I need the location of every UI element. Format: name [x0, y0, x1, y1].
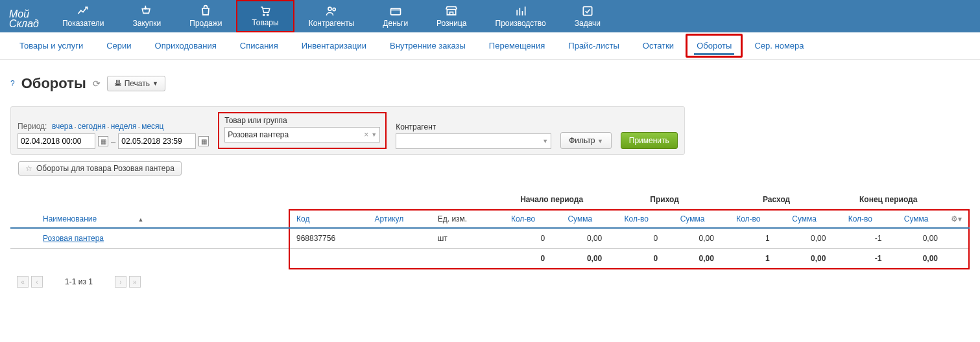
agent-combo[interactable]: ▼ [396, 133, 551, 149]
subnav-balances[interactable]: Остатки [631, 33, 686, 58]
logo-line1: Мой [9, 9, 39, 19]
total-end-qty: -1 [832, 249, 888, 269]
filter-button[interactable]: Фильтр ▼ [560, 132, 612, 149]
col-in-sum[interactable]: Сумма [664, 210, 721, 228]
subnav-inventory[interactable]: Инвентаризации [290, 33, 378, 58]
total-start-sum: 0,00 [551, 249, 608, 269]
subnav-goods[interactable]: Товары и услуги [8, 33, 95, 58]
chevron-down-icon[interactable]: ▼ [371, 131, 377, 138]
col-end-qty[interactable]: Кол-во [832, 210, 888, 228]
period-month[interactable]: месяц [141, 122, 163, 131]
col-end-sum[interactable]: Сумма [888, 210, 944, 228]
top-navigation: Мой Склад Показатели Закупки Продажи Тов… [0, 0, 980, 32]
total-out-qty: 1 [721, 249, 776, 269]
date-to-input[interactable] [118, 133, 196, 149]
group-start: Начало периода [495, 195, 608, 210]
pager-next[interactable]: › [115, 276, 126, 288]
calendar-icon[interactable]: ▦ [98, 136, 108, 146]
subnav-internal-orders[interactable]: Внутренние заказы [378, 33, 477, 58]
people-icon [324, 5, 339, 17]
nav-sales[interactable]: Продажи [175, 0, 236, 32]
total-out-sum: 0,00 [776, 249, 833, 269]
saved-filter-chip[interactable]: ☆ Обороты для товара Розовая пантера [18, 161, 182, 176]
row-article [368, 228, 431, 249]
period-yesterday[interactable]: вчера [52, 122, 73, 131]
group-end: Конец периода [832, 195, 944, 210]
subnav-series[interactable]: Серии [95, 33, 143, 58]
clear-icon[interactable]: × [364, 130, 368, 139]
date-from-input[interactable] [18, 133, 95, 149]
period-label: Период: [18, 122, 47, 131]
nav-label: Задачи [575, 19, 601, 28]
col-in-qty[interactable]: Кол-во [608, 210, 664, 228]
help-icon[interactable]: ? [10, 79, 15, 88]
row-code: 968837756 [289, 228, 368, 249]
turnover-table: Начало периода Приход Расход Конец перио… [10, 195, 970, 269]
sub-navigation: Товары и услуги Серии Оприходования Спис… [0, 32, 980, 60]
col-name[interactable]: Наименование ▲ [10, 210, 289, 228]
agent-filter-label: Контрагент [396, 122, 551, 131]
total-in-sum: 0,00 [664, 249, 721, 269]
col-code[interactable]: Код [289, 210, 368, 228]
period-block: Период: вчера· сегодня· неделя· месяц ▦ … [18, 122, 209, 149]
pager-prev[interactable]: ‹ [31, 276, 43, 288]
nav-label: Производство [496, 19, 546, 28]
filter-button-label: Фильтр [569, 136, 595, 145]
sort-asc-icon: ▲ [138, 216, 144, 223]
col-out-sum[interactable]: Сумма [776, 210, 833, 228]
col-out-qty[interactable]: Кол-во [721, 210, 776, 228]
period-links-row: Период: вчера· сегодня· неделя· месяц [18, 122, 209, 131]
col-start-qty[interactable]: Кол-во [495, 210, 551, 228]
calendar-icon[interactable]: ▦ [198, 136, 209, 146]
logo-line2: Склад [9, 19, 39, 28]
range-dash: – [111, 137, 115, 146]
nav-products[interactable]: Товары [236, 0, 294, 32]
period-week[interactable]: неделя [111, 122, 137, 131]
gear-icon[interactable]: ⚙▾ [951, 214, 962, 223]
table-row[interactable]: Розовая пантера 968837756 шт 0 0,00 0 0,… [10, 228, 969, 249]
row-unit: шт [431, 228, 495, 249]
col-start-sum[interactable]: Сумма [551, 210, 608, 228]
refresh-icon[interactable]: ⟳ [93, 78, 101, 89]
saved-filter-label: Обороты для товара Розовая пантера [36, 164, 174, 173]
col-article[interactable]: Артикул [368, 210, 431, 228]
period-today[interactable]: сегодня [78, 122, 106, 131]
pager-last[interactable]: » [129, 276, 141, 288]
printer-icon: 🖶 [114, 79, 122, 88]
table-column-header: Наименование ▲ Код Артикул Ед. изм. Кол-… [10, 210, 969, 228]
row-name-link[interactable]: Розовая пантера [43, 234, 104, 243]
cart-in-icon [139, 5, 154, 17]
row-end-sum: 0,00 [888, 228, 944, 249]
svg-rect-5 [583, 6, 592, 15]
col-name-label: Наименование [43, 214, 97, 223]
print-button[interactable]: 🖶 Печать ▼ [107, 76, 165, 91]
subnav-turnover[interactable]: Обороты [686, 34, 743, 58]
nav-tasks[interactable]: Задачи [560, 0, 615, 32]
pager-first[interactable]: « [17, 276, 29, 288]
nav-retail[interactable]: Розница [422, 0, 481, 32]
total-in-qty: 0 [608, 249, 664, 269]
chevron-down-icon[interactable]: ▼ [542, 138, 548, 144]
total-start-qty: 0 [495, 249, 551, 269]
col-settings[interactable]: ⚙▾ [944, 210, 969, 228]
subnav-writeoffs[interactable]: Списания [228, 33, 290, 58]
row-start-sum: 0,00 [551, 228, 608, 249]
subnav-receipts[interactable]: Оприходования [143, 33, 228, 58]
nav-counterparties[interactable]: Контрагенты [294, 0, 369, 32]
nav-label: Продажи [189, 19, 222, 28]
svg-point-2 [328, 7, 331, 10]
subnav-transfers[interactable]: Перемещения [477, 33, 556, 58]
filter-bar: Период: вчера· сегодня· неделя· месяц ▦ … [10, 106, 685, 155]
nav-production[interactable]: Производство [481, 0, 560, 32]
subnav-pricelists[interactable]: Прайс-листы [556, 33, 631, 58]
nav-indicators[interactable]: Показатели [48, 0, 119, 32]
product-combo[interactable]: Розовая пантера × ▼ [224, 127, 380, 142]
apply-button[interactable]: Применить [621, 132, 678, 149]
pager-text: 1-1 из 1 [65, 277, 93, 286]
nav-label: Закупки [132, 19, 161, 28]
nav-purchases[interactable]: Закупки [118, 0, 175, 32]
subnav-serials[interactable]: Сер. номера [743, 33, 815, 58]
store-icon [444, 5, 459, 17]
nav-money[interactable]: Деньги [368, 0, 422, 32]
star-icon: ☆ [25, 164, 32, 173]
